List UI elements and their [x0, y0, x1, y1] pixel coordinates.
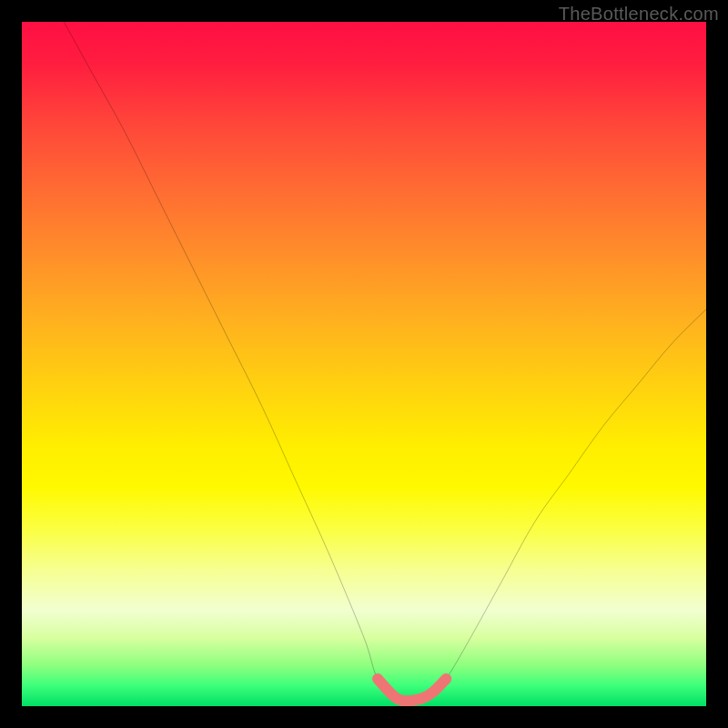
watermark-text: TheBottleneck.com — [559, 4, 719, 25]
curve-line — [22, 22, 706, 701]
plot-area — [22, 22, 706, 706]
optimum-highlight — [378, 679, 446, 702]
bottleneck-curve — [22, 22, 706, 706]
chart-container: TheBottleneck.com — [0, 0, 728, 728]
